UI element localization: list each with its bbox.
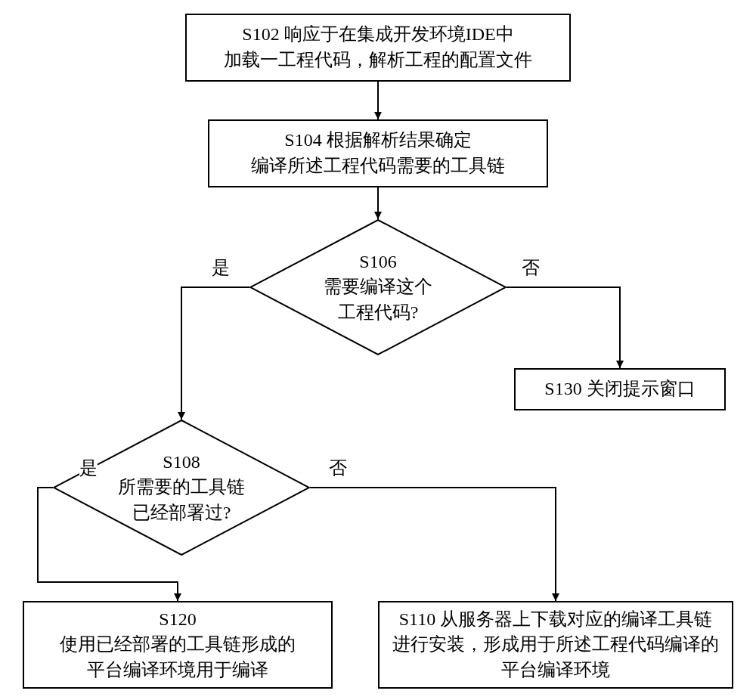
s110-line3: 平台编译环境: [501, 660, 610, 680]
s108-line1: S108: [163, 452, 200, 472]
s130-text: S130 关闭提示窗口: [544, 376, 695, 402]
step-s104: S104 根据解析结果确定 编译所述工程代码需要的工具链: [208, 119, 548, 187]
s104-line2: 编译所述工程代码需要的工具链: [251, 156, 505, 175]
s106-line1: S106: [359, 252, 396, 271]
s110-line2: 进行安装，形成用于所述工程代码编译的: [392, 634, 719, 654]
decision-s108: S108 所需要的工具链 已经部署过?: [53, 420, 310, 556]
step-s120: S120 使用已经部署的工具链形成的 平台编译环境用于编译: [23, 601, 333, 689]
s110-line1: S110 从服务器上下载对应的编译工具链: [399, 609, 712, 629]
step-s130: S130 关闭提示窗口: [514, 368, 726, 410]
s102-line1: S102 响应于在集成开发环境IDE中: [242, 24, 513, 44]
s120-line1: S120: [159, 609, 196, 629]
s108-yes-label: 是: [79, 456, 98, 480]
s120-line3: 平台编译环境用于编译: [87, 660, 268, 680]
s106-line3: 工程代码?: [338, 302, 419, 322]
s108-line3: 已经部署过?: [132, 503, 231, 522]
s106-line2: 需要编译这个: [324, 277, 432, 296]
s106-no-label: 否: [522, 256, 540, 280]
s120-line2: 使用已经部署的工具链形成的: [60, 634, 296, 654]
decision-s106: S106 需要编译这个 工程代码?: [249, 219, 507, 355]
s102-line2: 加载一工程代码，解析工程的配置文件: [224, 50, 532, 70]
s108-line2: 所需要的工具链: [118, 477, 245, 497]
step-s102: S102 响应于在集成开发环境IDE中 加载一工程代码，解析工程的配置文件: [185, 14, 571, 82]
s104-line1: S104 根据解析结果确定: [284, 130, 471, 150]
step-s110: S110 从服务器上下载对应的编译工具链 进行安装，形成用于所述工程代码编译的 …: [378, 601, 733, 689]
s106-yes-label: 是: [212, 256, 230, 280]
s108-no-label: 否: [329, 456, 347, 480]
